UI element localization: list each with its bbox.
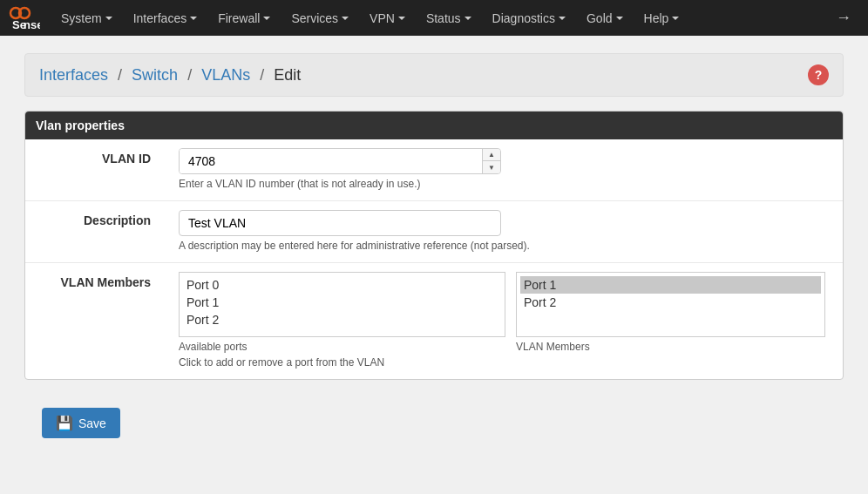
nav-system[interactable]: System bbox=[52, 0, 121, 36]
vlan-ports-list[interactable]: Port 1 Port 2 bbox=[516, 272, 825, 337]
list-item[interactable]: Port 1 bbox=[183, 294, 501, 311]
nav-firewall[interactable]: Firewall bbox=[209, 0, 279, 36]
breadcrumb-vlans[interactable]: VLANs bbox=[201, 66, 250, 84]
vlan-id-field: ▲ ▼ Enter a VLAN ID number (that is not … bbox=[165, 139, 843, 201]
form-table: VLAN ID ▲ ▼ Enter a VLAN ID number (that… bbox=[25, 139, 843, 379]
list-item[interactable]: Port 0 bbox=[183, 276, 501, 294]
chevron-down-icon bbox=[105, 17, 112, 20]
actions-row: 💾 Save bbox=[24, 394, 844, 452]
chevron-down-icon bbox=[616, 17, 623, 20]
available-ports-wrap: Port 0 Port 1 Port 2 Available ports Cli… bbox=[179, 272, 505, 369]
chevron-down-icon bbox=[342, 17, 349, 20]
vlan-ports-label: VLAN Members bbox=[516, 341, 825, 353]
save-button[interactable]: 💾 Save bbox=[42, 408, 120, 438]
vlan-properties-card: Vlan properties VLAN ID ▲ ▼ Enter a VLA bbox=[24, 111, 844, 380]
list-item[interactable]: Port 1 bbox=[520, 276, 821, 294]
chevron-down-icon bbox=[465, 17, 471, 20]
breadcrumb-sep-3: / bbox=[260, 66, 264, 84]
vlan-members-row: VLAN Members Port 0 Port 1 Port 2 Availa… bbox=[25, 263, 843, 380]
chevron-down-icon bbox=[559, 17, 566, 20]
vlan-id-row: VLAN ID ▲ ▼ Enter a VLAN ID number (that… bbox=[25, 139, 843, 201]
vlan-id-input[interactable] bbox=[180, 149, 482, 173]
available-ports-help: Click to add or remove a port from the V… bbox=[179, 356, 505, 369]
breadcrumb-sep-1: / bbox=[118, 66, 122, 84]
vlan-members-label: VLAN Members bbox=[25, 263, 165, 380]
breadcrumb-sep-2: / bbox=[187, 66, 192, 84]
vlan-id-spinner: ▲ ▼ bbox=[179, 148, 501, 174]
available-ports-label: Available ports bbox=[179, 341, 505, 353]
nav-interfaces[interactable]: Interfaces bbox=[125, 0, 206, 36]
chevron-down-icon bbox=[672, 17, 679, 20]
list-item[interactable]: Port 2 bbox=[520, 294, 821, 311]
breadcrumb-switch[interactable]: Switch bbox=[132, 66, 178, 84]
nav-gold[interactable]: Gold bbox=[578, 0, 632, 36]
page-wrapper: Interfaces / Switch / VLANs / Edit ? Vla… bbox=[7, 36, 861, 470]
breadcrumb-edit: Edit bbox=[274, 66, 301, 84]
chevron-down-icon bbox=[190, 17, 197, 20]
chevron-down-icon bbox=[398, 17, 405, 20]
description-row: Description A description may be entered… bbox=[25, 201, 843, 263]
breadcrumb-bar: Interfaces / Switch / VLANs / Edit ? bbox=[24, 53, 844, 97]
svg-text:nse: nse bbox=[24, 18, 40, 30]
spinner-up-button[interactable]: ▲ bbox=[483, 149, 500, 161]
card-header: Vlan properties bbox=[25, 112, 843, 139]
brand-logo[interactable]: Se nse bbox=[9, 6, 40, 30]
vlan-id-label: VLAN ID bbox=[25, 139, 165, 201]
vlan-id-help: Enter a VLAN ID number (that is not alre… bbox=[179, 178, 829, 190]
vlan-members-field: Port 0 Port 1 Port 2 Available ports Cli… bbox=[165, 263, 843, 380]
navbar: Se nse System Interfaces Firewall Servic… bbox=[0, 0, 868, 36]
spinner-down-button[interactable]: ▼ bbox=[483, 161, 500, 173]
breadcrumb: Interfaces / Switch / VLANs / Edit bbox=[39, 66, 301, 85]
chevron-down-icon bbox=[263, 17, 270, 20]
ports-container: Port 0 Port 1 Port 2 Available ports Cli… bbox=[179, 272, 829, 369]
description-field: A description may be entered here for ad… bbox=[165, 201, 843, 263]
help-icon[interactable]: ? bbox=[808, 64, 829, 85]
description-label: Description bbox=[25, 201, 165, 263]
list-item[interactable]: Port 2 bbox=[183, 311, 501, 328]
vlan-ports-wrap: Port 1 Port 2 VLAN Members bbox=[516, 272, 825, 353]
save-icon: 💾 bbox=[56, 415, 73, 431]
nav-help[interactable]: Help bbox=[635, 0, 688, 36]
nav-vpn[interactable]: VPN bbox=[361, 0, 414, 36]
description-help: A description may be entered here for ad… bbox=[179, 240, 829, 252]
logout-button[interactable]: → bbox=[828, 0, 859, 36]
available-ports-list[interactable]: Port 0 Port 1 Port 2 bbox=[179, 272, 505, 337]
breadcrumb-interfaces[interactable]: Interfaces bbox=[39, 66, 108, 84]
spinner-buttons: ▲ ▼ bbox=[482, 149, 500, 173]
description-input[interactable] bbox=[179, 210, 501, 236]
nav-services[interactable]: Services bbox=[282, 0, 357, 36]
nav-diagnostics[interactable]: Diagnostics bbox=[484, 0, 574, 36]
nav-status[interactable]: Status bbox=[417, 0, 480, 36]
